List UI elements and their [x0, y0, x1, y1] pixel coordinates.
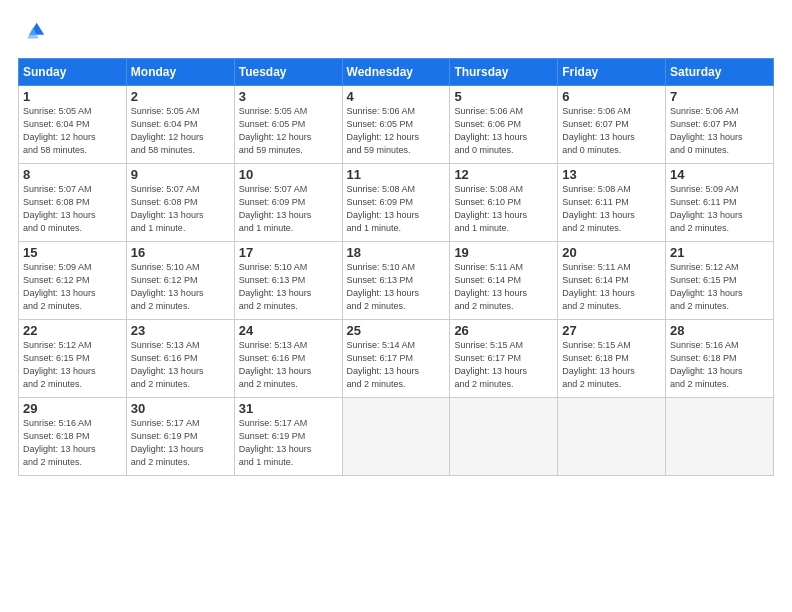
day-info: Sunrise: 5:14 AMSunset: 6:17 PMDaylight:…: [347, 339, 446, 391]
calendar-day-cell: 10Sunrise: 5:07 AMSunset: 6:09 PMDayligh…: [234, 164, 342, 242]
day-info: Sunrise: 5:10 AMSunset: 6:12 PMDaylight:…: [131, 261, 230, 313]
calendar-day-cell: 7Sunrise: 5:06 AMSunset: 6:07 PMDaylight…: [666, 86, 774, 164]
day-number: 28: [670, 323, 769, 338]
day-info: Sunrise: 5:16 AMSunset: 6:18 PMDaylight:…: [23, 417, 122, 469]
day-info: Sunrise: 5:07 AMSunset: 6:09 PMDaylight:…: [239, 183, 338, 235]
calendar-day-cell: 20Sunrise: 5:11 AMSunset: 6:14 PMDayligh…: [558, 242, 666, 320]
day-info: Sunrise: 5:15 AMSunset: 6:17 PMDaylight:…: [454, 339, 553, 391]
day-number: 26: [454, 323, 553, 338]
day-info: Sunrise: 5:13 AMSunset: 6:16 PMDaylight:…: [131, 339, 230, 391]
calendar-day-cell: 29Sunrise: 5:16 AMSunset: 6:18 PMDayligh…: [19, 398, 127, 476]
calendar-day-cell: 30Sunrise: 5:17 AMSunset: 6:19 PMDayligh…: [126, 398, 234, 476]
day-info: Sunrise: 5:06 AMSunset: 6:07 PMDaylight:…: [562, 105, 661, 157]
day-number: 2: [131, 89, 230, 104]
calendar-week-row: 29Sunrise: 5:16 AMSunset: 6:18 PMDayligh…: [19, 398, 774, 476]
day-number: 29: [23, 401, 122, 416]
calendar-day-cell: 17Sunrise: 5:10 AMSunset: 6:13 PMDayligh…: [234, 242, 342, 320]
day-info: Sunrise: 5:06 AMSunset: 6:05 PMDaylight:…: [347, 105, 446, 157]
day-info: Sunrise: 5:15 AMSunset: 6:18 PMDaylight:…: [562, 339, 661, 391]
calendar-day-header: Monday: [126, 59, 234, 86]
day-info: Sunrise: 5:11 AMSunset: 6:14 PMDaylight:…: [454, 261, 553, 313]
calendar-day-cell: [450, 398, 558, 476]
day-info: Sunrise: 5:17 AMSunset: 6:19 PMDaylight:…: [239, 417, 338, 469]
day-number: 4: [347, 89, 446, 104]
calendar-day-cell: 22Sunrise: 5:12 AMSunset: 6:15 PMDayligh…: [19, 320, 127, 398]
day-info: Sunrise: 5:09 AMSunset: 6:12 PMDaylight:…: [23, 261, 122, 313]
calendar-day-cell: 25Sunrise: 5:14 AMSunset: 6:17 PMDayligh…: [342, 320, 450, 398]
day-info: Sunrise: 5:05 AMSunset: 6:04 PMDaylight:…: [131, 105, 230, 157]
calendar-day-cell: [666, 398, 774, 476]
calendar-day-header: Wednesday: [342, 59, 450, 86]
calendar-week-row: 1Sunrise: 5:05 AMSunset: 6:04 PMDaylight…: [19, 86, 774, 164]
calendar-week-row: 8Sunrise: 5:07 AMSunset: 6:08 PMDaylight…: [19, 164, 774, 242]
calendar-day-header: Tuesday: [234, 59, 342, 86]
calendar-day-cell: 23Sunrise: 5:13 AMSunset: 6:16 PMDayligh…: [126, 320, 234, 398]
day-info: Sunrise: 5:09 AMSunset: 6:11 PMDaylight:…: [670, 183, 769, 235]
day-info: Sunrise: 5:07 AMSunset: 6:08 PMDaylight:…: [23, 183, 122, 235]
day-info: Sunrise: 5:16 AMSunset: 6:18 PMDaylight:…: [670, 339, 769, 391]
day-info: Sunrise: 5:05 AMSunset: 6:04 PMDaylight:…: [23, 105, 122, 157]
day-info: Sunrise: 5:05 AMSunset: 6:05 PMDaylight:…: [239, 105, 338, 157]
calendar-day-cell: 6Sunrise: 5:06 AMSunset: 6:07 PMDaylight…: [558, 86, 666, 164]
day-info: Sunrise: 5:13 AMSunset: 6:16 PMDaylight:…: [239, 339, 338, 391]
calendar-day-cell: 1Sunrise: 5:05 AMSunset: 6:04 PMDaylight…: [19, 86, 127, 164]
day-info: Sunrise: 5:17 AMSunset: 6:19 PMDaylight:…: [131, 417, 230, 469]
calendar-table: SundayMondayTuesdayWednesdayThursdayFrid…: [18, 58, 774, 476]
calendar-day-cell: 21Sunrise: 5:12 AMSunset: 6:15 PMDayligh…: [666, 242, 774, 320]
calendar-day-cell: 11Sunrise: 5:08 AMSunset: 6:09 PMDayligh…: [342, 164, 450, 242]
day-number: 8: [23, 167, 122, 182]
header: [18, 18, 774, 46]
calendar-header-row: SundayMondayTuesdayWednesdayThursdayFrid…: [19, 59, 774, 86]
day-info: Sunrise: 5:08 AMSunset: 6:11 PMDaylight:…: [562, 183, 661, 235]
day-number: 11: [347, 167, 446, 182]
day-number: 20: [562, 245, 661, 260]
day-info: Sunrise: 5:10 AMSunset: 6:13 PMDaylight:…: [347, 261, 446, 313]
calendar-day-cell: 9Sunrise: 5:07 AMSunset: 6:08 PMDaylight…: [126, 164, 234, 242]
calendar-day-cell: 13Sunrise: 5:08 AMSunset: 6:11 PMDayligh…: [558, 164, 666, 242]
day-number: 31: [239, 401, 338, 416]
calendar-day-cell: 26Sunrise: 5:15 AMSunset: 6:17 PMDayligh…: [450, 320, 558, 398]
day-number: 12: [454, 167, 553, 182]
day-number: 15: [23, 245, 122, 260]
day-number: 21: [670, 245, 769, 260]
calendar-day-cell: 24Sunrise: 5:13 AMSunset: 6:16 PMDayligh…: [234, 320, 342, 398]
day-number: 27: [562, 323, 661, 338]
calendar-day-cell: 19Sunrise: 5:11 AMSunset: 6:14 PMDayligh…: [450, 242, 558, 320]
day-number: 16: [131, 245, 230, 260]
calendar-week-row: 22Sunrise: 5:12 AMSunset: 6:15 PMDayligh…: [19, 320, 774, 398]
day-number: 19: [454, 245, 553, 260]
calendar-day-cell: [342, 398, 450, 476]
logo: [18, 18, 50, 46]
day-info: Sunrise: 5:08 AMSunset: 6:09 PMDaylight:…: [347, 183, 446, 235]
day-number: 10: [239, 167, 338, 182]
day-number: 9: [131, 167, 230, 182]
calendar-day-header: Friday: [558, 59, 666, 86]
calendar-day-cell: 5Sunrise: 5:06 AMSunset: 6:06 PMDaylight…: [450, 86, 558, 164]
day-info: Sunrise: 5:10 AMSunset: 6:13 PMDaylight:…: [239, 261, 338, 313]
calendar-day-cell: 31Sunrise: 5:17 AMSunset: 6:19 PMDayligh…: [234, 398, 342, 476]
day-info: Sunrise: 5:07 AMSunset: 6:08 PMDaylight:…: [131, 183, 230, 235]
calendar-day-header: Thursday: [450, 59, 558, 86]
day-number: 5: [454, 89, 553, 104]
day-number: 3: [239, 89, 338, 104]
calendar-day-cell: 16Sunrise: 5:10 AMSunset: 6:12 PMDayligh…: [126, 242, 234, 320]
calendar-day-cell: 3Sunrise: 5:05 AMSunset: 6:05 PMDaylight…: [234, 86, 342, 164]
day-number: 25: [347, 323, 446, 338]
day-number: 24: [239, 323, 338, 338]
day-number: 7: [670, 89, 769, 104]
logo-icon: [18, 18, 46, 46]
calendar-day-cell: 4Sunrise: 5:06 AMSunset: 6:05 PMDaylight…: [342, 86, 450, 164]
day-number: 30: [131, 401, 230, 416]
day-number: 6: [562, 89, 661, 104]
calendar-day-cell: 14Sunrise: 5:09 AMSunset: 6:11 PMDayligh…: [666, 164, 774, 242]
day-number: 22: [23, 323, 122, 338]
calendar-day-cell: 28Sunrise: 5:16 AMSunset: 6:18 PMDayligh…: [666, 320, 774, 398]
day-info: Sunrise: 5:08 AMSunset: 6:10 PMDaylight:…: [454, 183, 553, 235]
day-info: Sunrise: 5:11 AMSunset: 6:14 PMDaylight:…: [562, 261, 661, 313]
calendar-day-cell: 18Sunrise: 5:10 AMSunset: 6:13 PMDayligh…: [342, 242, 450, 320]
day-info: Sunrise: 5:06 AMSunset: 6:07 PMDaylight:…: [670, 105, 769, 157]
day-info: Sunrise: 5:06 AMSunset: 6:06 PMDaylight:…: [454, 105, 553, 157]
day-info: Sunrise: 5:12 AMSunset: 6:15 PMDaylight:…: [23, 339, 122, 391]
day-number: 13: [562, 167, 661, 182]
calendar-day-cell: 15Sunrise: 5:09 AMSunset: 6:12 PMDayligh…: [19, 242, 127, 320]
